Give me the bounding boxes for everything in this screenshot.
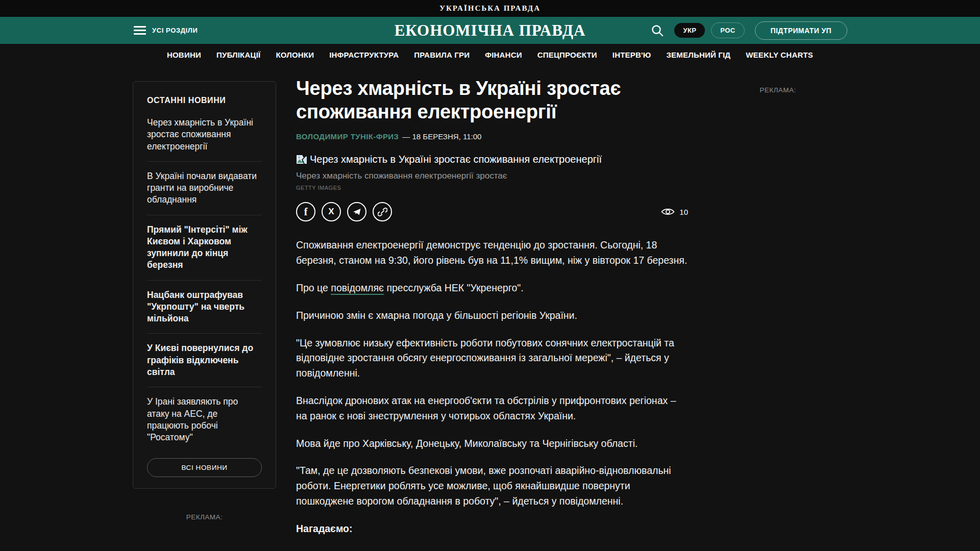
- nav-link-колонки[interactable]: КОЛОНКИ: [276, 51, 314, 59]
- right-rail-ad-label: РЕКЛАМА:: [760, 86, 796, 94]
- latest-news-sidebar: ОСТАННІ НОВИНИ Через хмарність в Україні…: [133, 81, 276, 521]
- nav-link-фінанси[interactable]: ФІНАНСИ: [485, 51, 522, 59]
- sidebar-ad-label: РЕКЛАМА:: [133, 513, 276, 521]
- nav-link-публікації[interactable]: ПУБЛІКАЦІЇ: [216, 51, 260, 59]
- nav-link-інтерв-ю[interactable]: ІНТЕРВ'Ю: [612, 51, 651, 59]
- nav-link-новини[interactable]: НОВИНИ: [167, 51, 201, 59]
- article-body: Споживання електроенергії демонструє тен…: [296, 238, 688, 551]
- right-rail: РЕКЛАМА:: [708, 85, 847, 94]
- nav-link-інфраструктура[interactable]: ІНФРАСТРУКТУРА: [329, 51, 399, 59]
- article-image-broken: Через хмарність в Україні зростає спожив…: [296, 154, 688, 165]
- nav-link-земельний-гід[interactable]: ЗЕМЕЛЬНИЙ ГІД: [667, 51, 731, 59]
- article-paragraph: Причиною змін є хмарна погода у більшост…: [296, 308, 688, 323]
- article-paragraph: Мова йде про Харківську, Донецьку, Микол…: [296, 436, 688, 452]
- share-copy-link-button[interactable]: [373, 202, 392, 221]
- facebook-icon: f: [304, 206, 308, 218]
- main-nav: НОВИНИПУБЛІКАЦІЇКОЛОНКИІНФРАСТРУКТУРАПРА…: [0, 44, 980, 66]
- support-up-button[interactable]: ПІДТРИМАТИ УП: [755, 21, 847, 40]
- view-counter: 10: [661, 207, 688, 216]
- view-count: 10: [679, 208, 688, 216]
- ukrainska-pravda-logo[interactable]: УКРАЇНСЬКА ПРАВДА: [439, 4, 541, 13]
- share-x-button[interactable]: X: [322, 202, 341, 221]
- sidebar-news-item[interactable]: В Україні почали видавати гранти на виро…: [147, 161, 262, 215]
- image-alt-text: Через хмарність в Україні зростає спожив…: [310, 154, 602, 165]
- header-actions: УКР РОС ПІДТРИМАТИ УП: [650, 21, 847, 40]
- sidebar-news-item[interactable]: Через хмарність в Україні зростає спожив…: [147, 108, 262, 161]
- hamburger-icon: [134, 26, 146, 35]
- article: Через хмарність в Україні зростає спожив…: [296, 77, 688, 551]
- broken-image-icon: [296, 155, 307, 164]
- share-telegram-button[interactable]: [347, 202, 366, 221]
- latest-news-title: ОСТАННІ НОВИНИ: [147, 96, 262, 105]
- article-paragraph: Внаслідок дронових атак на енергооб'єкти…: [296, 393, 688, 424]
- lang-toggle-ros[interactable]: РОС: [711, 22, 744, 38]
- sidebar-news-item[interactable]: У Києві повернулися до графіків відключе…: [147, 333, 262, 387]
- search-icon: [651, 24, 664, 37]
- share-row: f X 10: [296, 202, 688, 221]
- nav-link-спецпроєкти[interactable]: СПЕЦПРОЄКТИ: [537, 51, 597, 59]
- article-paragraph: Споживання електроенергії демонструє тен…: [296, 238, 688, 268]
- sidebar-news-item[interactable]: Прямий "Інтерсіті" між Києвом і Харковом…: [147, 215, 262, 280]
- lang-toggle-ukr[interactable]: УКР: [674, 23, 705, 38]
- menu-label: УСІ РОЗДІЛИ: [152, 27, 198, 34]
- sidebar-news-item[interactable]: У Ірані заявляють про атаку на АЕС, де п…: [147, 387, 262, 452]
- telegram-icon: [353, 208, 361, 216]
- publish-date: — 18 БЕРЕЗНЯ, 11:00: [402, 132, 481, 141]
- image-credit: GETTY IMAGES: [296, 185, 688, 191]
- latest-news-list: Через хмарність в Україні зростає спожив…: [147, 108, 262, 452]
- x-twitter-icon: X: [328, 207, 334, 217]
- ekonomichna-pravda-logo[interactable]: ЕКОНОМІЧНА ПРАВДА: [395, 21, 586, 40]
- article-paragraph: У середу 18 березня в усіх регіонів Укра…: [296, 549, 688, 551]
- article-paragraph: "Це зумовлює низьку ефективність роботи …: [296, 336, 688, 381]
- site-header: УСІ РОЗДІЛИ ЕКОНОМІЧНА ПРАВДА УКР РОС ПІ…: [0, 17, 980, 44]
- article-paragraph: Нагадаємо:: [296, 521, 688, 537]
- byline: ВОЛОДИМИР ТУНІК-ФРИЗ — 18 БЕРЕЗНЯ, 11:00: [296, 132, 688, 141]
- author-link[interactable]: ВОЛОДИМИР ТУНІК-ФРИЗ: [296, 132, 399, 141]
- article-title: Через хмарність в Україні зростає спожив…: [296, 77, 648, 123]
- copy-link-icon: [378, 207, 387, 217]
- image-caption: Через хмарність споживання електроенергі…: [296, 171, 688, 181]
- article-paragraph: Про це повідомляє пресслужба НЕК "Укрене…: [296, 281, 688, 296]
- nav-link-правила-гри[interactable]: ПРАВИЛА ГРИ: [414, 51, 470, 59]
- eye-icon: [661, 207, 675, 216]
- share-facebook-button[interactable]: f: [296, 202, 315, 221]
- all-news-button[interactable]: ВСІ НОВИНИ: [147, 458, 262, 477]
- latest-news-box: ОСТАННІ НОВИНИ Через хмарність в Україні…: [133, 81, 276, 489]
- article-paragraph: "Там, де це дозволяють безпекові умови, …: [296, 463, 688, 509]
- sidebar-news-item[interactable]: Нацбанк оштрафував "Укрпошту" на чверть …: [147, 280, 262, 334]
- nav-link-weekly-charts[interactable]: WEEKLY CHARTS: [746, 51, 813, 59]
- top-brand-bar: УКРАЇНСЬКА ПРАВДА: [0, 0, 980, 17]
- search-button[interactable]: [650, 23, 665, 38]
- inline-source-link[interactable]: повідомляє: [331, 282, 384, 295]
- all-sections-menu-button[interactable]: УСІ РОЗДІЛИ: [134, 26, 198, 35]
